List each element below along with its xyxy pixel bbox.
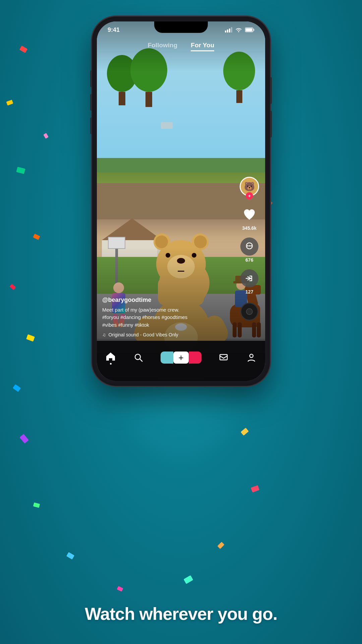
plus-icon: + xyxy=(178,353,183,362)
top-nav: Following For You xyxy=(97,38,265,55)
svg-rect-7 xyxy=(253,29,254,31)
svg-rect-2 xyxy=(229,29,230,33)
follow-button[interactable]: + xyxy=(246,192,253,200)
signal-icon xyxy=(225,27,232,33)
music-disc-icon xyxy=(240,303,258,321)
creator-avatar[interactable]: 🐻 + xyxy=(240,177,259,196)
create-btn-left xyxy=(161,352,173,364)
music-disc-button[interactable] xyxy=(240,303,258,321)
tab-following[interactable]: Following xyxy=(148,42,178,51)
comment-icon xyxy=(240,237,258,256)
heart-icon xyxy=(240,206,258,224)
battery-icon xyxy=(245,28,254,32)
search-icon xyxy=(133,352,144,363)
side-actions: 🐻 + 345.6k xyxy=(240,177,259,321)
phone-screen: 9:41 xyxy=(97,21,265,381)
phone-frame: 9:41 xyxy=(92,17,270,386)
share-count: 127 xyxy=(245,289,253,294)
status-icons xyxy=(225,27,254,33)
status-time: 9:41 xyxy=(108,26,120,34)
profile-icon xyxy=(246,352,257,363)
create-button-wrapper[interactable]: + xyxy=(161,352,201,364)
svg-rect-3 xyxy=(231,27,232,33)
svg-point-12 xyxy=(135,354,140,360)
tab-for-you[interactable]: For You xyxy=(191,42,214,51)
home-icon xyxy=(105,351,116,362)
home-active-dot xyxy=(110,363,112,365)
svg-point-15 xyxy=(250,354,253,358)
nav-create[interactable]: + xyxy=(161,352,201,364)
nav-search[interactable] xyxy=(133,352,144,363)
sound-info[interactable]: ♫ Original sound - Good Vibes Only xyxy=(102,332,238,337)
bottom-tagline: Watch wherever you go. xyxy=(0,604,362,624)
svg-point-9 xyxy=(247,245,248,247)
notch xyxy=(154,21,208,33)
svg-rect-14 xyxy=(220,355,227,360)
svg-point-10 xyxy=(249,245,250,247)
share-icon xyxy=(240,269,258,287)
svg-point-11 xyxy=(250,245,252,247)
wifi-icon xyxy=(235,27,242,33)
avatar-bear-emoji: 🐻 xyxy=(244,181,255,192)
comment-count: 676 xyxy=(245,257,253,263)
sound-name: Original sound - Good Vibes Only xyxy=(109,332,178,337)
create-btn-center: + xyxy=(173,352,189,364)
like-button[interactable]: 345.6k xyxy=(240,206,258,231)
bottom-nav: + xyxy=(97,341,265,381)
svg-rect-1 xyxy=(227,30,228,33)
svg-rect-6 xyxy=(246,29,252,32)
svg-point-4 xyxy=(238,31,239,32)
nav-inbox[interactable] xyxy=(218,352,229,363)
share-button[interactable]: 127 xyxy=(240,269,258,294)
create-btn-right xyxy=(189,352,201,364)
like-count: 345.6k xyxy=(242,225,257,231)
inbox-icon xyxy=(218,352,229,363)
bottom-overlay: @bearygoodtime Meet part of my (paw)esom… xyxy=(102,297,238,338)
video-caption: Meet part of my (paw)esome crew. #foryou… xyxy=(102,306,238,329)
music-note-icon: ♫ xyxy=(102,332,106,337)
svg-rect-0 xyxy=(225,31,226,33)
phone-wrapper: 9:41 xyxy=(92,17,270,386)
nav-home[interactable] xyxy=(105,351,116,365)
nav-profile[interactable] xyxy=(246,352,257,363)
creator-username[interactable]: @bearygoodtime xyxy=(102,297,238,304)
comment-button[interactable]: 676 xyxy=(240,237,258,263)
car-vehicle xyxy=(161,122,173,129)
svg-line-13 xyxy=(140,359,142,362)
